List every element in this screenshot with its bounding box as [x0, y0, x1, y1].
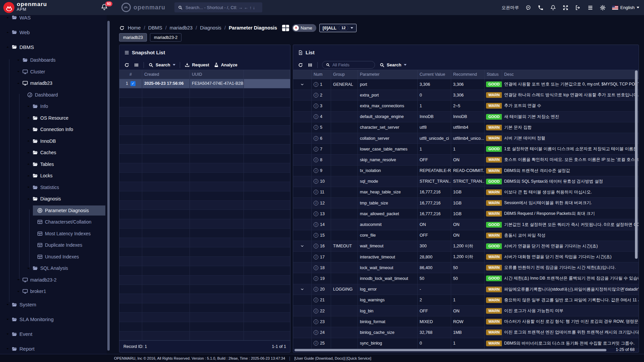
- parameter-row-character_set_server[interactable]: i5character_set_serverutf8utf8mb4WARN기본 …: [293, 122, 639, 133]
- column-header-Recommend[interactable]: Recommend: [451, 70, 485, 79]
- fullscreen-icon[interactable]: [562, 5, 569, 11]
- parameter-row-interactive_timeout[interactable]: i17interactive_timeout28,8001,200 이하WARN…: [293, 252, 639, 262]
- chevron-up-icon[interactable]: [5, 15, 10, 20]
- parameter-row-tx_isolation[interactable]: i9tx_isolationREPEATABLE-R...READ-COMMIT…: [293, 166, 639, 176]
- sidebar-item-sla-monitoring[interactable]: SLA Monitoring: [0, 312, 107, 327]
- info-icon[interactable]: i: [314, 212, 318, 216]
- sidebar-item-most-latency-indexes[interactable]: Most Latency Indexes: [0, 228, 107, 240]
- parameter-row-lock_wait_timeout[interactable]: i18lock_wait_timeout86,40050WARN오류를 반환하기…: [293, 262, 639, 273]
- column-header-Desc[interactable]: Desc: [502, 70, 639, 79]
- global-search-input[interactable]: [185, 5, 256, 10]
- info-icon[interactable]: i: [314, 341, 318, 346]
- sidebar-scrollbar[interactable]: [107, 21, 110, 351]
- info-icon[interactable]: i: [314, 104, 318, 108]
- phone-icon[interactable]: [538, 5, 544, 11]
- info-icon[interactable]: i: [314, 287, 318, 292]
- sidebar-item-parameter-diagnosis[interactable]: Parameter Diagnosis: [0, 205, 107, 217]
- sidebar-item-web[interactable]: Web: [0, 25, 107, 40]
- chevron-down-icon[interactable]: [15, 58, 21, 62]
- parameter-row-sql_mode[interactable]: i10sql_modeSTRICT_TRAN...STRICT_TRAN...G…: [293, 176, 639, 187]
- parameter-row-sync_binlog[interactable]: i25sync_binlog01WARNDBMS의 바이너리로그의 디스크 동기…: [293, 338, 639, 349]
- parameter-row-extra_port[interactable]: i2extra_port03,306WARN연결당 하나의 스레드 방식으로 t…: [293, 90, 639, 101]
- info-icon[interactable]: i: [314, 255, 318, 259]
- chevron-up-icon[interactable]: [25, 197, 31, 201]
- snapshot-search-button[interactable]: Search: [148, 62, 175, 68]
- column-header-expander[interactable]: [293, 70, 312, 79]
- sidebar-item-innodb[interactable]: InnoDB: [0, 135, 107, 147]
- horizontal-scrollbar[interactable]: [294, 349, 606, 351]
- column-header-Group[interactable]: Group: [331, 70, 358, 79]
- info-icon[interactable]: i: [314, 179, 318, 184]
- sidebar-item-report[interactable]: Report: [0, 342, 107, 354]
- parameter-row-collation_server[interactable]: i6collation_serverutf8_unicode_ciutf8mb4…: [293, 133, 639, 144]
- all-fields-input[interactable]: [332, 63, 369, 67]
- info-icon[interactable]: i: [314, 276, 318, 281]
- row-expander[interactable]: [293, 79, 312, 89]
- chevron-up-icon[interactable]: [15, 81, 21, 85]
- footer-links[interactable]: [User Guide (Download, Docs)] [Quick Ser…: [294, 356, 371, 360]
- chevron-up-icon[interactable]: [5, 30, 10, 35]
- sidebar-item-unused-indexes[interactable]: Unused Indexes: [0, 251, 107, 263]
- support-chat-icon[interactable]: [525, 5, 531, 11]
- chevron-up-icon[interactable]: [25, 127, 31, 132]
- chevron-up-icon[interactable]: [25, 162, 31, 166]
- sidebar-item-statistics[interactable]: Statistics: [0, 182, 107, 193]
- sidebar-item-locks[interactable]: Locks: [0, 170, 107, 182]
- server-tab-mariadb23-2[interactable]: mariadb23-2: [150, 33, 181, 42]
- sidebar-item-info[interactable]: Info: [0, 101, 107, 112]
- sidebar-item-dashboards[interactable]: Dashboards: [0, 54, 107, 66]
- chevron-down-icon[interactable]: [5, 332, 10, 336]
- columns-icon[interactable]: [308, 62, 313, 68]
- info-icon[interactable]: i: [314, 298, 318, 302]
- info-icon[interactable]: i: [314, 190, 318, 194]
- info-icon[interactable]: i: [314, 147, 318, 152]
- scope-dropdown[interactable]: [0]ALL 12: [319, 24, 357, 32]
- info-icon[interactable]: i: [314, 222, 318, 227]
- refresh-icon[interactable]: [124, 62, 129, 68]
- breadcrumb-item[interactable]: DBMS: [148, 25, 162, 31]
- parameter-row-log_error[interactable]: i20LOGGINGlog_error-WARN파일에오류를기록합니다(stdo…: [293, 284, 639, 295]
- notification-bell[interactable]: 93: [101, 3, 111, 13]
- parameter-row-max_allowed_packet[interactable]: i13max_allowed_packet16,777,2161GBWARNDB…: [293, 208, 639, 219]
- chevron-down-icon[interactable]: [5, 347, 10, 351]
- chevron-down-icon[interactable]: [5, 302, 10, 307]
- column-header-Parameter[interactable]: Parameter: [358, 70, 418, 79]
- info-icon[interactable]: i: [314, 158, 318, 162]
- snapshot-row[interactable]: 1✓2025-06-23 17:56:06FE3A5047-074E-47A1-…: [119, 79, 290, 88]
- settings-gear-icon[interactable]: [600, 5, 606, 11]
- sidebar-item-broker1[interactable]: broker1: [0, 286, 107, 297]
- breadcrumb-item[interactable]: mariadb23: [170, 25, 193, 31]
- openmaru-logo-icon[interactable]: [3, 2, 14, 13]
- parameter-row-max_heap_table_size[interactable]: i11max_heap_table_size16,777,2161GBWARN이…: [293, 187, 639, 198]
- info-icon[interactable]: i: [314, 330, 318, 335]
- parameter-row-wait_timeout[interactable]: i16TIMEOUTwait_timeout3001,200 이하GOOD서버가…: [293, 241, 639, 252]
- column-header-Status[interactable]: Status: [485, 70, 502, 79]
- sidebar-item-mariadb23-2[interactable]: mariadb23-2: [0, 274, 107, 286]
- breadcrumb-item[interactable]: Home: [128, 25, 141, 31]
- sidebar-item-caches[interactable]: Caches: [0, 147, 107, 159]
- sidebar-item-cluster[interactable]: Cluster: [0, 66, 107, 78]
- analyze-button[interactable]: Analyze: [214, 62, 237, 68]
- remove-filter-icon[interactable]: ×: [293, 25, 299, 31]
- chevron-down-icon[interactable]: [15, 278, 21, 282]
- info-icon[interactable]: i: [314, 244, 318, 248]
- parameter-row-binlog_format[interactable]: i23binlog_formatMIXEDROWWARN마스터가 사용할 이진 …: [293, 316, 639, 327]
- sidebar-item-was[interactable]: WAS: [0, 15, 107, 25]
- parameter-row-lower_case_table_names[interactable]: i7lower_case_table_names11GOOD1로 설정하면 테이…: [293, 144, 639, 155]
- alerts-bell-icon[interactable]: [550, 5, 556, 11]
- column-header-Num[interactable]: Num: [312, 70, 331, 79]
- row-expander[interactable]: [293, 241, 312, 251]
- info-icon[interactable]: i: [314, 309, 318, 313]
- chevron-up-icon[interactable]: [25, 150, 31, 155]
- sidebar-item-dbms[interactable]: DBMS: [0, 40, 107, 54]
- info-icon[interactable]: i: [314, 136, 318, 141]
- server-tab-mariadb23[interactable]: mariadb23: [119, 33, 147, 42]
- refresh-icon[interactable]: [298, 62, 303, 68]
- parameter-row-extra_max_connections[interactable]: i3extra_max_connections12~5WARN추가 포트의 연결…: [293, 101, 639, 111]
- column-header-#[interactable]: #: [119, 70, 142, 79]
- name-filter-pill[interactable]: × Name: [292, 24, 316, 32]
- parameter-row-port[interactable]: i1GENERALport3,3063,306GOOD연결에 사용할 포트 번호…: [293, 79, 639, 90]
- parameter-row-core_file[interactable]: i15core_fileOFFONWARN충돌시 코어 파일 작성: [293, 230, 639, 241]
- logout-icon[interactable]: [575, 5, 581, 11]
- column-header-Current Value[interactable]: Current Value: [418, 70, 451, 79]
